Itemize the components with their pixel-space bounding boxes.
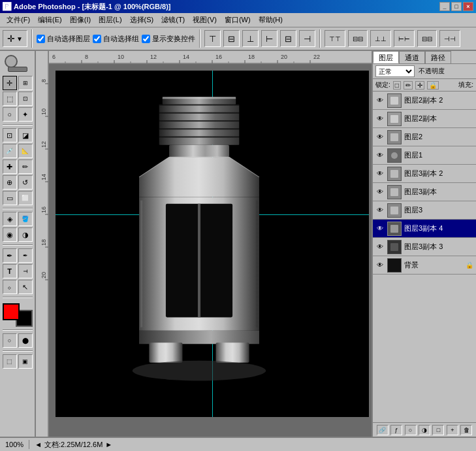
- layer-eye-7[interactable]: 👁: [375, 207, 385, 214]
- group-layers-button[interactable]: □: [432, 425, 444, 435]
- menu-select[interactable]: 选择(S): [126, 14, 158, 26]
- link-layers-button[interactable]: 🔗: [377, 425, 389, 435]
- new-layer-button[interactable]: +: [447, 425, 458, 435]
- vertical-text-tool[interactable]: T: [18, 264, 33, 278]
- layer-item-6[interactable]: 👁 图层3副本: [373, 183, 476, 201]
- tab-layers[interactable]: 图层: [373, 51, 399, 63]
- auto-select-group-checkbox[interactable]: 自动选择组: [93, 34, 139, 44]
- layer-item-2[interactable]: 👁 图层2副本: [373, 110, 476, 128]
- lock-image-icon[interactable]: ✏: [404, 81, 413, 90]
- auto-select-layer-input[interactable]: [37, 35, 45, 43]
- layer-eye-6[interactable]: 👁: [375, 188, 385, 195]
- text-tool[interactable]: [3, 264, 17, 278]
- align-bottom-button[interactable]: ⊥: [242, 30, 259, 47]
- lock-transparent-icon[interactable]: □: [393, 81, 401, 90]
- eyedropper-tool[interactable]: 💉: [3, 144, 17, 158]
- auto-select-layer-checkbox[interactable]: 自动选择图层: [37, 34, 90, 44]
- move-tool[interactable]: [3, 76, 17, 90]
- close-button[interactable]: ×: [463, 2, 473, 11]
- layer-eye-5[interactable]: 👁: [375, 170, 385, 177]
- lock-all-icon[interactable]: 🔒: [427, 81, 439, 90]
- layer-mask-button[interactable]: ○: [405, 425, 417, 435]
- layers-list[interactable]: 👁 图层2副本 2 👁 图层2副本 👁 图层2: [373, 92, 476, 422]
- history-tool[interactable]: [18, 175, 33, 190]
- heal-tool[interactable]: [3, 159, 17, 174]
- layer-item-3[interactable]: 👁 图层2: [373, 128, 476, 146]
- layer-item-7[interactable]: 👁 图层3: [373, 201, 476, 220]
- distribute-left-button[interactable]: ⊢⊢: [394, 30, 415, 47]
- lasso-tool[interactable]: [3, 107, 17, 122]
- minimize-button[interactable]: _: [439, 2, 450, 11]
- menu-layer[interactable]: 图层(L): [95, 14, 125, 26]
- auto-select-group-input[interactable]: [93, 35, 101, 43]
- menu-file[interactable]: 文件(F): [3, 14, 34, 26]
- maximize-button[interactable]: □: [451, 2, 462, 11]
- layer-eye-9[interactable]: 👁: [375, 243, 385, 250]
- direct-selection-tool[interactable]: [18, 280, 33, 294]
- align-hcenter-button[interactable]: ⊟: [280, 30, 296, 47]
- layer-eye-3[interactable]: 👁: [375, 133, 385, 141]
- crop-tool[interactable]: [3, 128, 17, 142]
- layer-item-9[interactable]: 👁 图层3副本 3: [373, 238, 476, 256]
- pen-tool[interactable]: [3, 248, 17, 263]
- distribute-right-button[interactable]: ⊣⊣: [439, 30, 460, 47]
- quick-mask-mode[interactable]: ⬤: [18, 333, 33, 348]
- blur-tool[interactable]: [3, 227, 17, 242]
- freeform-pen-tool[interactable]: ✒: [18, 248, 33, 263]
- tab-paths[interactable]: 路径: [425, 51, 451, 63]
- layer-item-10[interactable]: 👁 背景 🔒: [373, 256, 476, 275]
- layer-item-5[interactable]: 👁 图层3副本 2: [373, 165, 476, 183]
- foreground-color-box[interactable]: [3, 303, 20, 320]
- lock-position-icon[interactable]: ✛: [415, 81, 424, 90]
- delete-layer-button[interactable]: 🗑: [460, 425, 472, 435]
- blend-mode-select[interactable]: 正常: [375, 65, 415, 77]
- layer-style-button[interactable]: ƒ: [390, 425, 402, 435]
- layer-eye-1[interactable]: 👁: [375, 97, 385, 104]
- menu-help[interactable]: 帮助(H): [255, 14, 287, 26]
- distribute-hcenter-button[interactable]: ⊟⊟: [417, 30, 437, 47]
- layer-eye-2[interactable]: 👁: [375, 115, 385, 122]
- bg-eraser-tool[interactable]: ⬜: [18, 191, 33, 205]
- brush-tool[interactable]: [18, 159, 33, 174]
- screen-mode-full[interactable]: ▣: [18, 354, 33, 369]
- artboard-tool[interactable]: ⊞: [18, 76, 33, 90]
- align-top-button[interactable]: ⊤: [204, 30, 221, 47]
- ruler-tool[interactable]: 📐: [18, 144, 33, 158]
- slice-tool[interactable]: [18, 128, 33, 142]
- color-selector[interactable]: [3, 303, 33, 327]
- adjustment-layer-button[interactable]: ◑: [419, 425, 430, 435]
- layer-eye-4[interactable]: 👁: [375, 152, 385, 159]
- menu-image[interactable]: 图像(I): [66, 14, 95, 26]
- distribute-vcenter-button[interactable]: ⊟⊟: [348, 30, 368, 47]
- layer-eye-8[interactable]: 👁: [375, 225, 385, 232]
- stamp-tool[interactable]: [3, 175, 17, 190]
- move-tool-options[interactable]: ✛▼: [3, 30, 27, 47]
- show-transform-input[interactable]: [142, 35, 150, 43]
- menu-filter[interactable]: 滤镜(T): [157, 14, 189, 26]
- menu-window[interactable]: 窗口(W): [221, 14, 255, 26]
- distribute-top-button[interactable]: ⊤⊤: [325, 30, 345, 47]
- gradient-tool[interactable]: [3, 212, 17, 226]
- align-right-button[interactable]: ⊣: [299, 30, 315, 47]
- distribute-bottom-button[interactable]: ⊥⊥: [370, 30, 391, 47]
- marquee-tool[interactable]: [3, 92, 17, 106]
- align-vcenter-button[interactable]: ⊟: [223, 30, 240, 47]
- tab-channels[interactable]: 通道: [399, 51, 425, 63]
- eraser-tool[interactable]: [3, 191, 17, 205]
- magic-wand-tool[interactable]: [18, 107, 33, 122]
- layer-eye-10[interactable]: 👁: [375, 261, 385, 269]
- screen-mode-standard[interactable]: ⬚: [3, 354, 17, 369]
- show-transform-checkbox[interactable]: 显示变换控件: [142, 34, 195, 44]
- path-selection-tool[interactable]: [3, 280, 17, 294]
- single-row-tool[interactable]: ⊡: [18, 92, 33, 106]
- paint-bucket-tool[interactable]: 🪣: [18, 212, 33, 226]
- canvas-container[interactable]: [49, 64, 372, 437]
- title-bar-controls[interactable]: _ □ ×: [439, 2, 473, 11]
- layer-item-8[interactable]: 👁 图层3副本 4: [373, 220, 476, 238]
- sharpen-tool[interactable]: [18, 227, 33, 242]
- menu-view[interactable]: 视图(V): [189, 14, 221, 26]
- arrow-right-button[interactable]: ►: [105, 441, 112, 448]
- canvas[interactable]: [56, 71, 369, 417]
- canvas-area[interactable]: 6 8 10 12 14 16 18 20 22: [36, 51, 372, 437]
- menu-edit[interactable]: 编辑(E): [34, 14, 66, 26]
